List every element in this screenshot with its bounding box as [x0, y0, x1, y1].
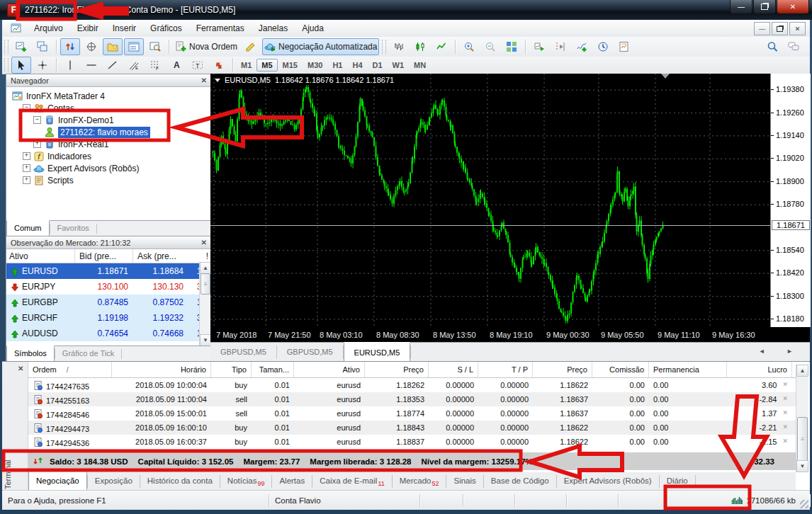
expand-icon[interactable]: +: [33, 140, 41, 148]
text-label-tool[interactable]: T: [188, 57, 208, 74]
strategy-tester-button[interactable]: [145, 38, 165, 55]
vertical-line-tool[interactable]: [60, 57, 80, 74]
market-watch-close-icon[interactable]: ✕: [201, 239, 207, 246]
timeframe-m30[interactable]: M30: [303, 59, 327, 72]
terminal-tab-7[interactable]: Sinais: [446, 472, 483, 491]
close-order-icon[interactable]: ✕: [782, 409, 788, 418]
terminal-tab-6[interactable]: Mercado52: [393, 472, 446, 491]
expand-icon[interactable]: +: [23, 164, 30, 172]
tile-windows-button[interactable]: [502, 38, 521, 55]
periods-button[interactable]: [593, 38, 613, 55]
terminal-tab-0[interactable]: Negociação: [28, 472, 87, 491]
candlestick-chart[interactable]: [210, 74, 770, 327]
expand-icon[interactable]: +: [23, 152, 30, 160]
scrollbar-thumb[interactable]: ≡: [797, 417, 808, 461]
column-header[interactable]: Taman...: [252, 362, 294, 377]
profiles-button[interactable]: [33, 38, 52, 55]
time-axis[interactable]: 7 May 20187 May 21:508 May 03:108 May 08…: [210, 327, 810, 342]
minimize-button[interactable]: —: [730, 0, 752, 14]
tree-item[interactable]: +IronFX-Real1: [6, 138, 211, 150]
terminal-tab-1[interactable]: Exposição: [88, 472, 140, 491]
arrows-tool[interactable]: [209, 57, 229, 74]
tree-item[interactable]: 2711622: flavio moraes: [6, 126, 211, 138]
navigator-tab-1[interactable]: Favoritos: [50, 221, 96, 236]
tree-item[interactable]: −IronFX-Demo1: [6, 114, 211, 126]
menu-gráficos[interactable]: Gráficos: [143, 21, 189, 36]
search-icon[interactable]: [762, 38, 782, 55]
timeframe-m15[interactable]: M15: [278, 59, 303, 72]
crosshair-tool-button[interactable]: [33, 57, 52, 74]
navigator-tab-0[interactable]: Comum: [6, 220, 50, 236]
indicators-button[interactable]: [572, 38, 592, 55]
tree-item[interactable]: −Contas: [6, 102, 211, 114]
auto-trading-button[interactable]: Negociação Automatizada: [262, 38, 379, 55]
order-row[interactable]: 17442945362018.05.09 16:00:37buy0.01euru…: [28, 435, 796, 449]
menu-exibir[interactable]: Exibir: [70, 21, 106, 36]
tree-item[interactable]: +Scripts: [6, 174, 211, 186]
new-order-button[interactable]: Nova Ordem: [173, 38, 239, 55]
chart-tab-0[interactable]: GBPUSD,M5: [210, 343, 276, 362]
line-chart-type-button[interactable]: [432, 38, 451, 55]
terminal-tab-4[interactable]: Alertas: [272, 472, 312, 491]
market-watch-row[interactable]: EURCHF1.191981.1923234: [6, 310, 211, 326]
auto-scroll-toggle[interactable]: [529, 38, 549, 55]
expand-icon[interactable]: +: [23, 176, 30, 184]
terminal-tab-10[interactable]: Diário: [660, 472, 695, 491]
market-watch-tab-0[interactable]: Símbolos: [6, 345, 55, 362]
market-watch-toggle[interactable]: [60, 38, 80, 55]
timeframe-d1[interactable]: D1: [368, 59, 388, 72]
fibonacci-tool[interactable]: F: [145, 57, 165, 74]
mdi-minimize-button[interactable]: —: [754, 22, 770, 35]
collapse-icon[interactable]: −: [33, 116, 41, 124]
mdi-restore-button[interactable]: [772, 22, 788, 35]
terminal-close-icon[interactable]: ✕: [18, 365, 23, 372]
chart-collapse-icon[interactable]: [215, 79, 220, 82]
menu-ajuda[interactable]: Ajuda: [295, 21, 331, 36]
restore-button[interactable]: [753, 0, 776, 14]
terminal-tab-8[interactable]: Base de Código: [484, 472, 556, 491]
market-watch-tab-1[interactable]: Gráfico de Tick: [55, 346, 121, 362]
text-tool[interactable]: A: [167, 57, 186, 74]
timeframe-mn[interactable]: MN: [409, 59, 431, 72]
collapse-icon[interactable]: −: [23, 104, 30, 112]
terminal-scrollbar[interactable]: ▲ ≡ ▼: [796, 365, 808, 472]
market-watch-row[interactable]: EURUSD1.186711.1868413: [6, 263, 211, 279]
scroll-up-icon[interactable]: ▲: [796, 365, 808, 377]
market-watch-row[interactable]: EURGBP0.874850.8750217: [6, 295, 211, 310]
resize-grip[interactable]: [800, 500, 808, 508]
terminal-tab-3[interactable]: Notícias99: [220, 472, 272, 491]
tree-item[interactable]: +Expert Advisors (Robôs): [6, 162, 211, 174]
close-order-icon[interactable]: ✕: [782, 381, 788, 389]
terminal-tab-9[interactable]: Expert Advisors (Robôs): [557, 472, 659, 491]
price-axis[interactable]: 1.193801.192601.191401.190201.189001.187…: [770, 74, 811, 327]
tree-item[interactable]: +fIndicadores: [6, 150, 211, 162]
order-row[interactable]: 17442944732018.05.09 16:00:10buy0.01euru…: [28, 421, 796, 435]
navigator-close-icon[interactable]: ✕: [201, 76, 207, 84]
column-header[interactable]: Ativo: [6, 251, 74, 261]
column-header[interactable]: Lucro: [727, 362, 792, 377]
cursor-tool-button[interactable]: [11, 57, 31, 74]
column-header[interactable]: Ask (pre...: [132, 249, 191, 263]
column-header[interactable]: Preço: [365, 362, 429, 377]
navigator-toggle[interactable]: [103, 38, 123, 55]
zoom-out-button[interactable]: [480, 38, 500, 55]
zoom-in-button[interactable]: [459, 38, 479, 55]
metaeditor-button[interactable]: [241, 38, 261, 55]
menu-ferramentas[interactable]: Ferramentas: [189, 21, 252, 36]
chart-tab-1[interactable]: GBPUSD,M5: [277, 343, 343, 362]
scroll-down-icon[interactable]: ▼: [796, 460, 808, 472]
column-header[interactable]: T / P: [478, 362, 533, 377]
close-order-icon[interactable]: ✕: [782, 438, 788, 446]
close-order-icon[interactable]: ✕: [782, 395, 788, 404]
order-row[interactable]: 17442551632018.05.09 11:00:04sell0.01eur…: [28, 392, 796, 406]
column-header[interactable]: Permanencia: [649, 362, 727, 377]
terminal-tab-5[interactable]: Caixa de E-mail11: [312, 472, 392, 491]
scrollbar-thumb[interactable]: ≡: [201, 273, 210, 295]
column-header[interactable]: Bid (pre...: [74, 249, 132, 263]
menu-janelas[interactable]: Janelas: [252, 21, 295, 36]
scroll-down-icon[interactable]: ▼: [200, 334, 211, 346]
bar-chart-type-button[interactable]: [389, 38, 409, 55]
menu-arquivo[interactable]: Arquivo: [27, 21, 70, 36]
timeframe-m5[interactable]: M5: [256, 59, 277, 72]
timeframe-m1[interactable]: M1: [236, 59, 256, 72]
